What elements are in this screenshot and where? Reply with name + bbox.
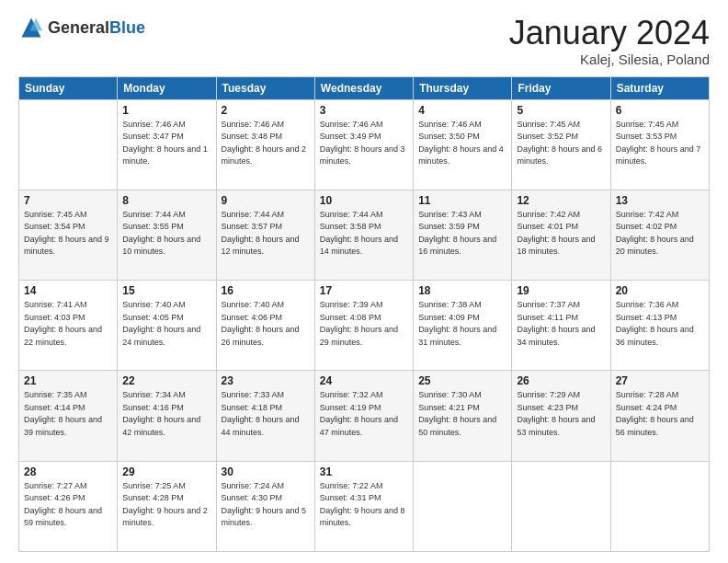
day-cell: 27Sunrise: 7:28 AMSunset: 4:24 PMDayligh… [610,371,709,461]
day-number: 28 [24,465,112,478]
day-cell: 6Sunrise: 7:45 AMSunset: 3:53 PMDaylight… [610,99,709,190]
day-number: 20 [616,284,704,297]
day-info: Sunrise: 7:38 AMSunset: 4:09 PMDaylight:… [418,299,506,349]
day-number: 7 [24,194,112,207]
day-number: 19 [517,284,605,297]
day-cell: 21Sunrise: 7:35 AMSunset: 4:14 PMDayligh… [19,371,118,461]
day-cell: 12Sunrise: 7:42 AMSunset: 4:01 PMDayligh… [512,190,610,280]
day-number: 15 [122,284,210,297]
page: GeneralBlue January 2024 Kalej, Silesia,… [0,0,728,563]
day-cell: 28Sunrise: 7:27 AMSunset: 4:26 PMDayligh… [19,461,118,551]
day-cell: 16Sunrise: 7:40 AMSunset: 4:06 PMDayligh… [216,281,314,371]
header-cell-friday: Friday [512,76,610,99]
day-info: Sunrise: 7:44 AMSunset: 3:55 PMDaylight:… [122,209,210,259]
day-number: 26 [517,374,605,387]
day-number: 2 [222,104,310,117]
day-cell: 17Sunrise: 7:39 AMSunset: 4:08 PMDayligh… [314,281,413,371]
day-cell: 22Sunrise: 7:34 AMSunset: 4:16 PMDayligh… [118,371,216,461]
day-cell: 30Sunrise: 7:24 AMSunset: 4:30 PMDayligh… [216,461,314,551]
day-cell: 23Sunrise: 7:33 AMSunset: 4:18 PMDayligh… [216,371,314,461]
day-cell: 8Sunrise: 7:44 AMSunset: 3:55 PMDaylight… [118,190,216,280]
day-info: Sunrise: 7:43 AMSunset: 3:59 PMDaylight:… [418,209,506,259]
day-info: Sunrise: 7:30 AMSunset: 4:21 PMDaylight:… [418,389,506,439]
day-number: 23 [222,374,310,387]
calendar-header: SundayMondayTuesdayWednesdayThursdayFrid… [19,76,710,99]
day-cell: 5Sunrise: 7:45 AMSunset: 3:52 PMDaylight… [512,99,610,190]
week-row-3: 21Sunrise: 7:35 AMSunset: 4:14 PMDayligh… [19,371,710,461]
day-cell: 14Sunrise: 7:41 AMSunset: 4:03 PMDayligh… [19,281,118,371]
title-block: January 2024 Kalej, Silesia, Poland [509,15,710,67]
day-cell [19,99,118,190]
day-number: 14 [24,284,112,297]
calendar-table: SundayMondayTuesdayWednesdayThursdayFrid… [18,76,710,552]
day-cell: 31Sunrise: 7:22 AMSunset: 4:31 PMDayligh… [314,461,413,551]
day-number: 24 [320,374,408,387]
day-cell: 10Sunrise: 7:44 AMSunset: 3:58 PMDayligh… [314,190,413,280]
day-cell: 3Sunrise: 7:46 AMSunset: 3:49 PMDaylight… [314,99,413,190]
day-number: 29 [122,465,210,478]
day-number: 18 [418,284,506,297]
day-number: 21 [24,374,112,387]
day-cell: 19Sunrise: 7:37 AMSunset: 4:11 PMDayligh… [512,281,610,371]
day-number: 5 [517,104,605,117]
logo: GeneralBlue [18,15,145,40]
day-info: Sunrise: 7:22 AMSunset: 4:31 PMDaylight:… [320,480,408,530]
day-number: 13 [616,194,704,207]
logo-general: General [48,18,109,37]
day-cell: 20Sunrise: 7:36 AMSunset: 4:13 PMDayligh… [610,281,709,371]
day-info: Sunrise: 7:45 AMSunset: 3:52 PMDaylight:… [517,119,605,168]
logo-icon [18,15,44,40]
logo-text: GeneralBlue [48,18,145,38]
day-info: Sunrise: 7:39 AMSunset: 4:08 PMDaylight:… [320,299,408,349]
day-cell: 11Sunrise: 7:43 AMSunset: 3:59 PMDayligh… [414,190,512,280]
day-cell: 2Sunrise: 7:46 AMSunset: 3:48 PMDaylight… [216,99,314,190]
day-number: 30 [222,465,310,478]
logo-blue: Blue [109,18,145,37]
day-info: Sunrise: 7:32 AMSunset: 4:19 PMDaylight:… [320,389,408,439]
day-cell: 1Sunrise: 7:46 AMSunset: 3:47 PMDaylight… [118,99,216,190]
header-cell-saturday: Saturday [610,76,709,99]
day-number: 16 [222,284,310,297]
header-cell-tuesday: Tuesday [216,76,314,99]
day-number: 22 [122,374,210,387]
day-info: Sunrise: 7:46 AMSunset: 3:48 PMDaylight:… [222,119,310,168]
header-cell-thursday: Thursday [414,76,512,99]
day-info: Sunrise: 7:34 AMSunset: 4:16 PMDaylight:… [122,389,210,439]
day-info: Sunrise: 7:24 AMSunset: 4:30 PMDaylight:… [222,480,310,530]
day-cell: 9Sunrise: 7:44 AMSunset: 3:57 PMDaylight… [216,190,314,280]
calendar-title: January 2024 [509,15,710,52]
day-info: Sunrise: 7:45 AMSunset: 3:53 PMDaylight:… [616,119,704,168]
day-info: Sunrise: 7:37 AMSunset: 4:11 PMDaylight:… [517,299,605,349]
day-info: Sunrise: 7:42 AMSunset: 4:01 PMDaylight:… [517,209,605,259]
day-cell: 29Sunrise: 7:25 AMSunset: 4:28 PMDayligh… [118,461,216,551]
day-number: 9 [222,194,310,207]
day-info: Sunrise: 7:45 AMSunset: 3:54 PMDaylight:… [24,209,112,259]
day-cell: 7Sunrise: 7:45 AMSunset: 3:54 PMDaylight… [19,190,118,280]
day-cell: 25Sunrise: 7:30 AMSunset: 4:21 PMDayligh… [414,371,512,461]
day-info: Sunrise: 7:40 AMSunset: 4:06 PMDaylight:… [222,299,310,349]
header-cell-wednesday: Wednesday [314,76,413,99]
week-row-0: 1Sunrise: 7:46 AMSunset: 3:47 PMDaylight… [19,99,710,190]
day-cell: 13Sunrise: 7:42 AMSunset: 4:02 PMDayligh… [610,190,709,280]
day-cell: 18Sunrise: 7:38 AMSunset: 4:09 PMDayligh… [414,281,512,371]
header-cell-monday: Monday [118,76,216,99]
day-info: Sunrise: 7:46 AMSunset: 3:49 PMDaylight:… [320,119,408,168]
header: GeneralBlue January 2024 Kalej, Silesia,… [18,15,710,67]
day-number: 6 [616,104,704,117]
day-info: Sunrise: 7:36 AMSunset: 4:13 PMDaylight:… [616,299,704,349]
day-info: Sunrise: 7:35 AMSunset: 4:14 PMDaylight:… [24,389,112,439]
header-cell-sunday: Sunday [19,76,118,99]
day-info: Sunrise: 7:33 AMSunset: 4:18 PMDaylight:… [222,389,310,439]
day-cell [512,461,610,551]
day-info: Sunrise: 7:44 AMSunset: 3:58 PMDaylight:… [320,209,408,259]
week-row-2: 14Sunrise: 7:41 AMSunset: 4:03 PMDayligh… [19,281,710,371]
day-number: 12 [517,194,605,207]
day-number: 27 [616,374,704,387]
day-cell [414,461,512,551]
day-number: 10 [320,194,408,207]
day-number: 3 [320,104,408,117]
day-number: 31 [320,465,408,478]
day-number: 25 [418,374,506,387]
day-info: Sunrise: 7:25 AMSunset: 4:28 PMDaylight:… [122,480,210,530]
day-number: 8 [122,194,210,207]
